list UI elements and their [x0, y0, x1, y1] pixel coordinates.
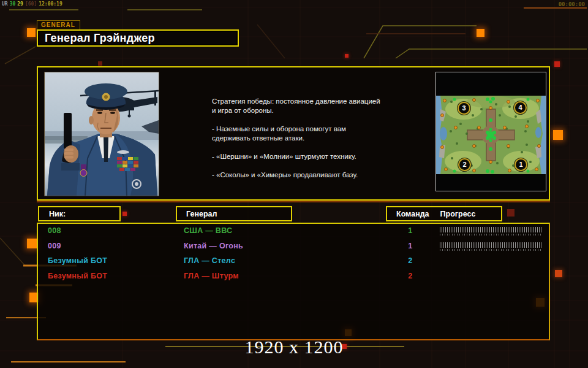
strategy-briefing: Стратегия победы: постоянное давление ав… — [212, 97, 423, 180]
page-title: Генерал Грэйнджер — [37, 29, 239, 47]
column-header-general-label: Генерал — [186, 210, 217, 218]
general-portrait — [44, 72, 159, 196]
stat-cap: [60] — [25, 1, 37, 7]
decor-square — [27, 28, 36, 37]
start-spot-4: 4 — [514, 101, 527, 114]
progress-bar — [440, 242, 542, 251]
player-general: Китай — Огонь — [184, 242, 243, 250]
player-nick: Безумный БОТ — [48, 272, 107, 280]
player-general: ГЛА — Стелс — [184, 256, 235, 265]
start-spot-1: 1 — [514, 158, 527, 171]
player-general: ГЛА — Штурм — [184, 272, 239, 280]
table-row: Безумный БОТ ГЛА — Штурм 2 — [38, 270, 549, 285]
stat-fps: 30 — [10, 1, 16, 7]
stat-engine: UR — [2, 1, 8, 7]
table-row: 009 Китай — Огонь 1 — [38, 240, 549, 255]
player-team: 2 — [402, 256, 419, 265]
progress-bar — [440, 227, 542, 236]
decor-square — [27, 239, 37, 248]
decor-square — [507, 209, 514, 217]
column-header-nick: Ник: — [38, 206, 121, 221]
player-nick: 008 — [48, 226, 61, 235]
table-row: 008 США — ВВС 1 — [38, 224, 549, 239]
player-team: 1 — [402, 242, 419, 250]
column-header-general: Генерал — [176, 206, 292, 221]
decor-square — [553, 130, 563, 140]
decor-square — [555, 270, 562, 277]
decor-square — [98, 61, 102, 66]
resolution-label: 1920 x 1200 — [0, 337, 588, 358]
column-header-progress-label: Прогресс — [440, 210, 476, 218]
player-general: США — ВВС — [184, 226, 232, 235]
players-table: 008 США — ВВС 1 009 Китай — Огонь 1 Безу… — [37, 223, 550, 340]
player-team: 2 — [402, 272, 419, 280]
column-header-nick-label: Ник: — [49, 210, 66, 218]
stat-value: 29 — [17, 1, 23, 7]
map-preview: 3 4 2 1 — [435, 72, 546, 191]
player-nick: 009 — [48, 242, 61, 250]
player-nick: Безумный БОТ — [48, 256, 107, 265]
general-info-panel: Стратегия победы: постоянное давление ав… — [37, 66, 550, 201]
player-team: 1 — [402, 226, 419, 235]
game-timer: 00:00:00 — [559, 1, 585, 7]
column-header-team-progress: Команда Прогресс — [386, 206, 502, 221]
column-header-team-label: Команда — [396, 210, 429, 218]
debug-stats: UR3029[60]12:00:19 — [2, 1, 64, 7]
general-name: Генерал Грэйнджер — [45, 32, 155, 45]
start-spot-3: 3 — [458, 102, 470, 115]
decor-square — [477, 29, 484, 37]
stat-clock: 12:00:19 — [39, 1, 62, 7]
table-row: Безумный БОТ ГЛА — Стелс 2 — [38, 255, 549, 269]
decor-square — [123, 212, 127, 216]
start-spot-2: 2 — [458, 158, 471, 171]
decor-square — [345, 54, 349, 58]
decor-square — [554, 61, 560, 67]
